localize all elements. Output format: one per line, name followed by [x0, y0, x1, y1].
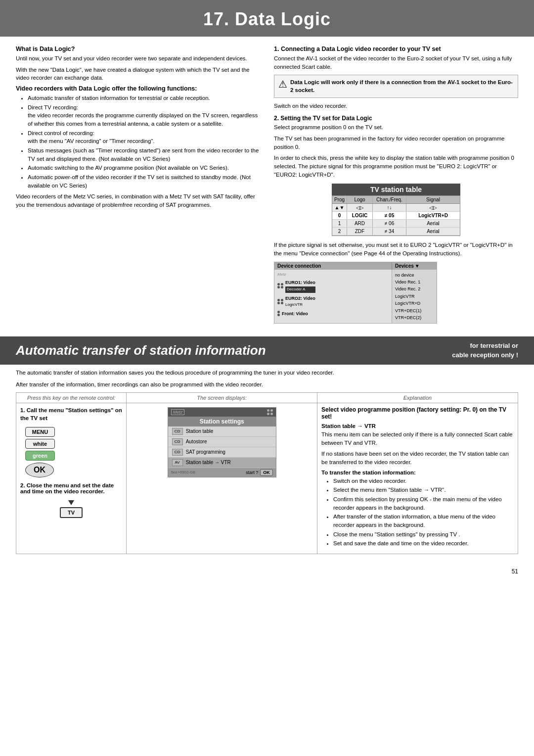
transfer-bullet-5: Close the menu "Station settings" by pre… — [333, 530, 514, 539]
ss-row-4: AV Station table → VTR — [168, 458, 276, 468]
transfer-heading: To transfer the station information: — [321, 470, 514, 475]
ss-row-icon-1: CD — [172, 428, 183, 435]
bullet-5: Status messages (such as "Timer recordin… — [28, 146, 260, 163]
menu-key[interactable]: MENU — [25, 427, 55, 437]
col-logo-header: Logo — [347, 196, 373, 203]
explanation-cell: Select video programme position (factory… — [317, 403, 518, 554]
arrow-down-icon — [68, 500, 74, 505]
bullet-2: Direct TV recording: the video recorder … — [28, 103, 260, 128]
what-is-p1: Until now, your TV set and your video re… — [16, 54, 260, 63]
bullet-1: Automatic transfer of station informatio… — [28, 94, 260, 102]
bottom-intro-2: After transfer of the information, timer… — [16, 380, 518, 388]
page-title-bar: 17. Data Logic — [0, 0, 534, 37]
three-col-header-row: Press this key on the remote control: Th… — [16, 392, 518, 403]
step2-label: 2. Close the menu and set the date and t… — [20, 482, 122, 494]
three-col-table: Press this key on the remote control: Th… — [16, 392, 518, 554]
col-prog-header: Prog — [332, 196, 347, 203]
metz-logo: Metz — [171, 409, 185, 415]
device-opt-6: VTR+DEC(1) — [395, 307, 434, 314]
ss-row-label-4: Station table → VTR — [186, 460, 272, 465]
step1-left-cell: 1. Call the menu "Station settings" on t… — [16, 403, 127, 554]
ss-header: Metz — [168, 408, 276, 417]
col-signal-header: Signal — [406, 196, 460, 203]
device-connection-graphic: Device connection Devices ▼ Metz — [274, 262, 437, 324]
what-is-p2: With the new "Data Logic", we have creat… — [16, 66, 260, 82]
bullet-4: Direct control of recording: with the me… — [28, 129, 260, 145]
transfer-bullet-2: Select the menu item "Station table → VT… — [333, 486, 514, 494]
station-settings-img: Metz Station settings CD Station table C… — [168, 407, 276, 477]
device-conn-right-header: Devices ▼ — [392, 262, 437, 270]
auto-transfer-banner: Automatic transfer of station informatio… — [0, 336, 534, 364]
transfer-bullet-6: Set and save the date and time on the vi… — [333, 539, 514, 548]
page-title: 17. Data Logic — [0, 9, 534, 30]
col-chan-header: Chan./Freq. — [373, 196, 406, 203]
menu-keys: MENU white green OK — [25, 427, 122, 477]
transfer-bullet-3: Confirm this selection by pressing OK - … — [333, 495, 514, 512]
auto-transfer-subtitle: for terrestrial or cable reception only … — [452, 341, 518, 359]
ss-row-icon-3: CD — [172, 449, 183, 456]
setting-p3: In order to check this, press the white … — [274, 154, 518, 179]
last-paragraph: Video recorders of the Metz VC series, i… — [16, 192, 260, 209]
switch-on: Switch on the video recorder. — [274, 102, 518, 110]
device-p1: If the picture signal is set otherwise, … — [274, 241, 518, 257]
device-opt-3: Video Rec. 2 — [395, 285, 434, 292]
ss-footer-start: start ? — [246, 470, 258, 475]
connecting-heading: 1. Connecting a Data Logic video recorde… — [274, 46, 518, 52]
device-conn-body: Metz EURO1: Video Decoder A — [274, 270, 437, 324]
ss-footer-ok-btn[interactable]: OK — [260, 469, 273, 476]
tv-box: TV — [60, 507, 83, 518]
tv-station-table-title: TV station table — [332, 184, 460, 195]
left-column: What is Data Logic? Until now, your TV s… — [16, 46, 260, 328]
ok-key[interactable]: OK — [25, 463, 54, 477]
transfer-bullets-list: Switch on the video recorder. Select the… — [326, 477, 514, 548]
device-conn-left-header: Device connection — [274, 262, 392, 270]
three-col-content-row: 1. Call the menu "Station settings" on t… — [16, 403, 518, 554]
step1-right-heading: Select video programme position (factory… — [321, 406, 514, 420]
auto-transfer-title: Automatic transfer of station informatio… — [16, 343, 452, 358]
device-row-front: Front: Video — [277, 310, 389, 317]
col-header-1: Press this key on the remote control: — [16, 392, 127, 403]
tv-st-row-arrows: ▲▼ ◁▷ ↑↓ ◁▷ — [332, 204, 460, 212]
setting-p2: The TV set has been programmed in the fa… — [274, 135, 518, 151]
tv-station-table-inner: Prog Logo Chan./Freq. Signal ▲▼ ◁▷ ↑↓ ◁▷… — [332, 195, 460, 236]
warning-icon: ⚠ — [278, 79, 287, 89]
tv-station-table: TV station table Prog Logo Chan./Freq. S… — [332, 184, 460, 236]
bottom-intro-1: The automatic transfer of station inform… — [16, 369, 518, 377]
ss-header-dots — [267, 409, 273, 415]
device-conn-left-body: Metz EURO1: Video Decoder A — [274, 270, 392, 324]
white-key[interactable]: white — [25, 439, 55, 449]
device-opt-5: LogicVTR+D — [395, 300, 434, 307]
ss-row-icon-4: AV — [172, 459, 183, 466]
setting-heading: 2. Setting the TV set for Data Logic — [274, 115, 518, 122]
setting-p1: Select programme position 0 on the TV se… — [274, 123, 518, 132]
warning-text: Data Logic will work only if there is a … — [290, 78, 514, 94]
ss-row-2: CD Autostore — [168, 437, 276, 447]
tv-st-row-0: 0 LOGIC ≠ 05 LogicVTR+D — [332, 212, 460, 220]
ss-title: Station settings — [168, 417, 276, 426]
tv-st-header: Prog Logo Chan./Freq. Signal — [332, 196, 460, 204]
tv-st-row-2: 2 ZDF ≠ 34 Aerial — [332, 228, 460, 236]
col-header-2: The screen displays: — [127, 392, 317, 403]
vr-functions-list: Automatic transfer of station informatio… — [21, 94, 260, 189]
connecting-p1: Connect the AV-1 socket of the video rec… — [274, 54, 518, 71]
right-column: 1. Connecting a Data Logic video recorde… — [274, 46, 518, 328]
device-row-euro1: EURO1: Video Decoder A — [277, 279, 389, 292]
ss-row-label-1: Station table — [186, 428, 272, 434]
bullet-6: Automatic switching to the AV programme … — [28, 164, 260, 172]
device-opt-7: VTR+DEC(2) — [395, 314, 434, 321]
main-content: What is Data Logic? Until now, your TV s… — [0, 37, 534, 332]
station-table-vtr-desc: This menu item can be selected only if t… — [321, 430, 514, 447]
ss-row-label-2: Autostore — [186, 439, 272, 444]
ss-row-3: CD SAT programming — [168, 447, 276, 458]
ss-row-1: CD Station table — [168, 426, 276, 437]
tv-st-row-1: 1 ARD ≠ 06 Aerial — [332, 220, 460, 228]
device-opt-2: Video Rec. 1 — [395, 279, 434, 285]
station-table-vtr-heading: Station table → VTR — [321, 423, 514, 429]
transfer-bullet-1: Switch on the video recorder. — [333, 477, 514, 485]
green-key[interactable]: green — [25, 451, 55, 461]
ss-row-icon-2: CD — [172, 438, 183, 445]
vr-functions-heading: Video recorders with Data Logic offer th… — [16, 85, 260, 92]
device-conn-right-body: no device Video Rec. 1 Video Rec. 2 Logi… — [392, 270, 437, 324]
device-row-euro2: EURO2: Video LogicVTR — [277, 295, 389, 308]
device-opt-1: no device — [395, 272, 434, 279]
